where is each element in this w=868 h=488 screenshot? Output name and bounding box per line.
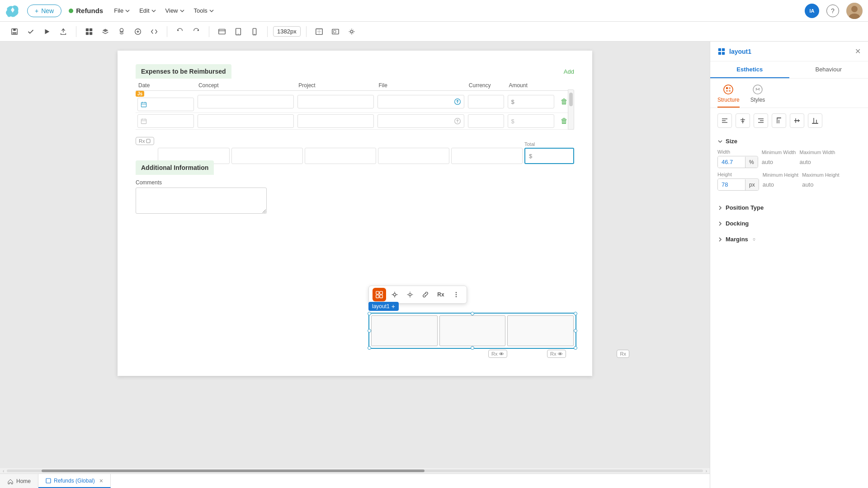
resize-handle-top-mid[interactable] <box>471 312 474 315</box>
browser-icon <box>218 28 226 36</box>
total-label: Total <box>524 141 574 147</box>
tab-refunds[interactable]: Refunds (Global) × <box>38 474 111 488</box>
height-label: Height <box>717 172 759 177</box>
tab-close-refunds[interactable]: × <box>99 477 103 484</box>
gear-icon <box>406 291 414 299</box>
align-bottom[interactable] <box>808 113 822 128</box>
datasource-button[interactable] <box>114 24 129 39</box>
width-input[interactable] <box>718 156 745 168</box>
concept-input-2[interactable] <box>198 114 294 128</box>
add-button[interactable]: Add <box>564 68 574 75</box>
tab-esthetics[interactable]: Esthetics <box>710 61 789 78</box>
concept-input-1[interactable] <box>198 95 294 108</box>
col-concept: Concept <box>196 80 296 91</box>
table-scrollbar[interactable] <box>568 89 574 130</box>
svg-rect-8 <box>90 28 92 31</box>
resize-handle-top-right[interactable] <box>574 312 577 315</box>
tablet-button[interactable] <box>231 24 245 39</box>
zoom-value[interactable]: 1382px <box>273 26 301 37</box>
position-type-section[interactable]: Position Type <box>710 200 868 216</box>
window-button[interactable] <box>328 24 343 39</box>
resize-handle-bot-right[interactable] <box>574 346 577 350</box>
svg-rect-45 <box>718 48 721 51</box>
help-button[interactable]: ? <box>826 5 839 17</box>
canvas-page: Expenses to be Reimbursed Add Date Conce… <box>118 51 592 376</box>
resize-handle-bot-mid[interactable] <box>471 346 474 350</box>
expand-icon-3 <box>717 237 723 242</box>
panel-close-button[interactable]: ✕ <box>855 47 861 56</box>
export-button[interactable] <box>56 24 71 39</box>
align-left[interactable] <box>717 113 732 128</box>
mobile-button[interactable] <box>247 24 262 39</box>
components-button[interactable] <box>82 24 96 39</box>
align-top[interactable] <box>772 113 786 128</box>
fit-button[interactable] <box>312 24 326 39</box>
structure-tab-label: Structure <box>717 97 740 103</box>
comments-textarea[interactable] <box>136 188 267 214</box>
scroll-right-arrow[interactable]: › <box>703 469 710 474</box>
calendar-icon-2 <box>141 118 147 124</box>
height-input[interactable] <box>718 179 745 190</box>
align-center-v[interactable] <box>790 113 804 128</box>
settings-float-button[interactable] <box>403 288 417 301</box>
settings-button[interactable] <box>344 24 359 39</box>
more-float-button[interactable] <box>449 288 463 301</box>
save-button[interactable] <box>7 24 22 39</box>
resize-handle-bot-left[interactable] <box>368 346 371 350</box>
align-right[interactable] <box>754 113 768 128</box>
docking-section[interactable]: Docking <box>710 216 868 231</box>
structure-float-button[interactable] <box>373 288 386 301</box>
align-center-v-icon <box>793 117 801 124</box>
check-button[interactable] <box>24 24 38 39</box>
resize-handle-mid-right[interactable] <box>574 329 577 333</box>
link-float-button[interactable] <box>419 288 432 301</box>
logic-button[interactable] <box>131 24 145 39</box>
width-unit: % <box>745 157 758 168</box>
svg-rect-37 <box>380 295 382 298</box>
total-amount-cell: $ <box>524 148 574 164</box>
project-input-1[interactable] <box>297 95 374 108</box>
tablet-icon <box>234 28 242 36</box>
tools-menu[interactable]: Tools <box>194 7 214 14</box>
tab-structure[interactable]: Structure <box>717 84 740 108</box>
browser-button[interactable] <box>215 24 229 39</box>
play-button[interactable] <box>40 24 54 39</box>
size-section-label: Size <box>726 138 737 145</box>
layers-button[interactable] <box>98 24 113 39</box>
tab-home[interactable]: Home <box>0 474 38 488</box>
currency-input-2[interactable] <box>468 114 505 128</box>
svg-point-38 <box>393 293 396 296</box>
rx-icon <box>146 138 151 144</box>
rx-float-button[interactable]: Rx <box>434 288 448 301</box>
new-button[interactable]: + New <box>27 5 61 17</box>
tab-styles[interactable]: Styles <box>750 84 765 108</box>
selected-layout-container[interactable] <box>368 313 576 349</box>
resize-handle-top-left[interactable] <box>368 312 371 315</box>
upload-icon-2 <box>454 117 461 125</box>
more-icon <box>452 291 460 299</box>
code-button[interactable] <box>147 24 161 39</box>
file-menu[interactable]: File <box>114 7 130 14</box>
size-section-header[interactable]: Size <box>710 133 868 147</box>
horizontal-scrollbar[interactable]: ‹ › <box>0 468 710 474</box>
layout-add-button[interactable]: + <box>392 303 395 310</box>
align-center-h[interactable] <box>736 113 750 128</box>
svg-point-22 <box>350 30 353 33</box>
currency-input-1[interactable] <box>468 95 505 108</box>
view-menu[interactable]: View <box>165 7 185 14</box>
scroll-track <box>7 469 703 472</box>
edit-menu[interactable]: Edit <box>139 7 156 14</box>
scroll-left-arrow[interactable]: ‹ <box>0 469 7 474</box>
tab-icon-refunds <box>46 478 51 483</box>
chevron-down-icon <box>151 8 156 14</box>
layout-cell-1 <box>371 315 438 346</box>
code-icon <box>150 28 158 36</box>
margins-section[interactable]: Margins <box>710 231 868 247</box>
redo-button[interactable] <box>189 24 203 39</box>
undo-button[interactable] <box>173 24 187 39</box>
move-float-button[interactable] <box>388 288 401 301</box>
tab-behaviour[interactable]: Behaviour <box>789 61 868 78</box>
resize-handle-mid-left[interactable] <box>368 329 371 333</box>
project-input-2[interactable] <box>297 114 374 128</box>
redo-icon <box>192 28 200 36</box>
